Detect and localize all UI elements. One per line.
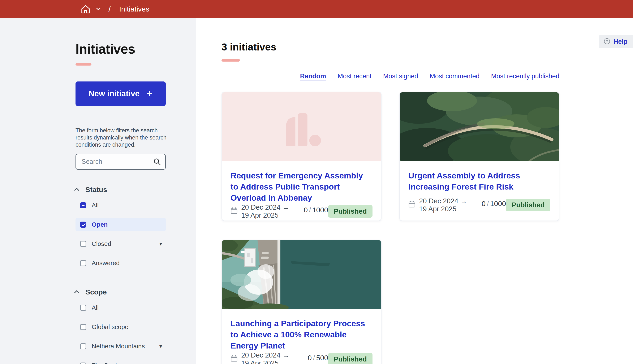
filter-option-scope-the-dust[interactable]: The Dust ▾ <box>76 359 166 364</box>
card-body: Launching a Participatory Process to Ach… <box>222 309 381 364</box>
checkbox-unchecked[interactable] <box>80 343 86 349</box>
breadcrumb-separator: / <box>108 4 111 14</box>
filter-option-label: Nethera Mountains <box>92 343 145 350</box>
checkbox-unchecked[interactable] <box>80 324 86 330</box>
calendar-icon <box>408 201 415 210</box>
scope-section-title: Scope <box>85 288 107 296</box>
calendar-icon <box>231 207 238 216</box>
status-section-title: Status <box>85 186 107 194</box>
status-badge: Published <box>328 353 372 364</box>
initiative-title-link[interactable]: Request for Emergency Assembly to Addres… <box>231 170 372 203</box>
caret-up-icon <box>74 188 79 193</box>
caret-down-icon[interactable]: ▾ <box>159 363 162 364</box>
new-initiative-button-label: New initiative <box>89 89 140 98</box>
status-section-header[interactable]: Status <box>76 186 165 194</box>
filters-sidebar: Initiatives New initiative + The form be… <box>0 18 196 364</box>
date-range: 20 Dec 2024 → 19 Apr 2025 <box>408 197 471 213</box>
filter-option-label: All <box>92 304 99 311</box>
sort-option-most-recent[interactable]: Most recent <box>337 72 371 80</box>
home-icon[interactable] <box>81 4 90 14</box>
filter-option-status-all[interactable]: All <box>76 199 166 212</box>
search-icon <box>153 158 161 166</box>
card-body: Request for Emergency Assembly to Addres… <box>222 161 381 221</box>
checkbox-unchecked[interactable] <box>80 260 86 266</box>
date-range: 20 Dec 2024 → 19 Apr 2025 <box>231 351 297 364</box>
page-title: Initiatives <box>76 41 165 57</box>
initiative-card[interactable]: Launching a Participatory Process to Ach… <box>222 240 381 364</box>
search-box <box>76 154 166 170</box>
filter-option-scope-all[interactable]: All <box>76 301 166 314</box>
signature-count: 0/500 <box>308 354 328 362</box>
checkbox-unchecked[interactable] <box>80 362 86 364</box>
heading-accent-bar <box>222 59 240 62</box>
card-footer: 20 Dec 2024 → 19 Apr 2025 0/1000 Publish… <box>231 203 372 219</box>
date-range-text: 20 Dec 2024 → 19 Apr 2025 <box>241 203 293 219</box>
help-label: Help <box>613 38 627 46</box>
filter-option-status-open[interactable]: Open <box>76 218 166 231</box>
filter-option-scope-nethera-mountains[interactable]: Nethera Mountains ▾ <box>76 340 166 353</box>
sort-options: Random Most recent Most signed Most comm… <box>222 72 559 80</box>
title-accent-bar <box>76 63 91 66</box>
status-badge: Published <box>328 205 372 218</box>
results-count-heading: 3 initiatives <box>222 41 559 53</box>
initiative-title-link[interactable]: Urgent Assembly to Address Increasing Fo… <box>408 170 550 192</box>
filter-description: The form below filters the search result… <box>76 127 170 148</box>
breadcrumb-current: Initiatives <box>119 5 149 13</box>
checkbox-checked[interactable] <box>80 222 86 228</box>
checkbox-unchecked[interactable] <box>80 305 86 311</box>
filter-option-status-closed[interactable]: Closed ▾ <box>76 237 166 250</box>
help-button[interactable]: ? Help <box>599 35 633 48</box>
filter-option-label: The Dust <box>92 362 117 364</box>
chevron-down-icon[interactable] <box>90 8 100 10</box>
calendar-icon <box>231 355 238 364</box>
top-navigation-bar: / Initiatives <box>0 0 633 18</box>
card-footer: 20 Dec 2024 → 19 Apr 2025 0/1000 Publish… <box>408 197 550 213</box>
initiative-card[interactable]: Urgent Assembly to Address Increasing Fo… <box>399 92 559 221</box>
initiatives-main-area: ? Help 3 initiatives Random Most recent … <box>196 18 633 364</box>
caret-down-icon[interactable]: ▾ <box>159 241 162 247</box>
card-image-dam <box>222 240 381 309</box>
date-range-text: 20 Dec 2024 → 19 Apr 2025 <box>419 197 471 213</box>
bar-chart-icon <box>222 92 381 161</box>
sort-option-random[interactable]: Random <box>300 72 326 80</box>
signature-count: 0/1000 <box>482 200 506 208</box>
scope-section-header[interactable]: Scope <box>76 288 165 296</box>
initiative-card[interactable]: Request for Emergency Assembly to Addres… <box>222 92 381 221</box>
filter-option-scope-global[interactable]: Global scope <box>76 320 166 334</box>
filter-option-label: Answered <box>92 260 120 266</box>
sort-option-most-recently-published[interactable]: Most recently published <box>491 72 559 80</box>
date-range: 20 Dec 2024 → 19 Apr 2025 <box>231 203 293 219</box>
initiative-cards-grid: Request for Emergency Assembly to Addres… <box>222 92 559 364</box>
card-image-forest <box>400 92 559 161</box>
filter-option-label: All <box>92 202 99 209</box>
card-image-placeholder <box>222 92 381 161</box>
card-footer: 20 Dec 2024 → 19 Apr 2025 0/500 Publishe… <box>231 351 372 364</box>
card-body: Urgent Assembly to Address Increasing Fo… <box>400 161 559 220</box>
sort-option-most-commented[interactable]: Most commented <box>430 72 480 80</box>
question-circle-icon: ? <box>604 38 610 46</box>
svg-text:?: ? <box>606 39 608 43</box>
filter-option-label: Closed <box>92 240 111 247</box>
caret-down-icon[interactable]: ▾ <box>159 344 162 349</box>
sort-option-most-signed[interactable]: Most signed <box>383 72 418 80</box>
search-input[interactable] <box>76 154 166 170</box>
plus-icon: + <box>147 88 152 99</box>
filter-option-status-answered[interactable]: Answered <box>76 256 166 270</box>
checkbox-unchecked[interactable] <box>80 241 86 247</box>
initiative-title-link[interactable]: Launching a Participatory Process to Ach… <box>231 318 372 351</box>
caret-up-icon <box>74 290 79 295</box>
status-badge: Published <box>506 199 550 211</box>
checkbox-indeterminate[interactable] <box>80 202 86 208</box>
signature-count: 0/1000 <box>304 206 328 214</box>
new-initiative-button[interactable]: New initiative + <box>76 82 166 106</box>
filter-option-label: Open <box>92 221 108 228</box>
date-range-text: 20 Dec 2024 → 19 Apr 2025 <box>241 351 297 364</box>
filter-option-label: Global scope <box>92 323 128 330</box>
